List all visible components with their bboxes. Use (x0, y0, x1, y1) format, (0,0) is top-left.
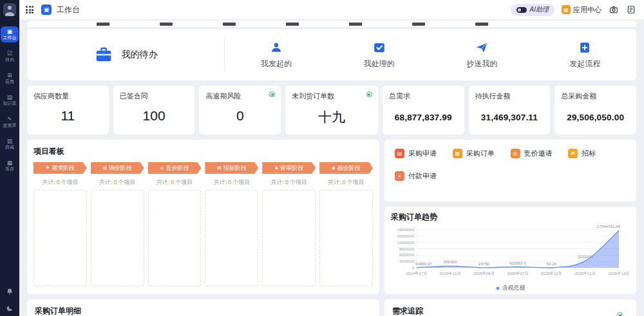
sidebar-item-inventory[interactable]: ▦ 库存 (1, 158, 19, 174)
sidebar-item-todo[interactable]: ☑ 待办 (1, 48, 19, 64)
phase-banner-pricing[interactable]: ◆ 核价阶段 (319, 162, 373, 174)
stat-card-total-demand[interactable]: 总需求 68,877,837.99 (383, 86, 464, 135)
stat-card-undelivered-orders[interactable]: 未到货订单数 十九 (285, 86, 378, 135)
theme-moon-icon[interactable] (6, 304, 14, 312)
svg-text:3232930: 3232930 (578, 254, 594, 259)
kanban-empty-area (262, 190, 316, 286)
knowledge-icon: ▤ (7, 94, 13, 100)
shortcut-bid-invitation[interactable]: ◎ 竞价邀请 (511, 149, 569, 158)
phase-count: 共计:0个项目 (205, 178, 258, 187)
kanban-column-inquiry: ▥ 询价阶段 共计:0个项目 (91, 162, 144, 286)
inventory-icon: ▦ (7, 160, 13, 166)
my-processed-button[interactable]: 我处理的 (328, 41, 431, 70)
my-todo-button[interactable]: 我的待办 (27, 45, 224, 64)
phase-icon: ♟ (274, 165, 278, 171)
phase-count: 共计:0个项目 (319, 178, 373, 187)
sidebar-nav: ▣ 工作台 ☑ 待办 ⊞ 应用 ▤ 知识库 ✎ 提需求 ▥ 商城 (1, 26, 19, 174)
project-board-title: 项目看板 (33, 146, 373, 157)
kanban-column-demand: ⚑ 需求阶段 共计:0个项目 (33, 162, 87, 286)
todo-briefcase-icon (94, 45, 113, 64)
order-trend-title: 采购订单趋势 (391, 212, 630, 223)
start-process-button[interactable]: 发起流程 (533, 41, 636, 70)
phase-count: 共计:0个项目 (262, 178, 316, 187)
phase-icon: ◆ (332, 165, 335, 171)
demand-tracking-title: 需求追踪 (392, 306, 423, 316)
page-title: 工作台 (57, 5, 80, 15)
person-icon (269, 41, 283, 55)
avatar[interactable] (3, 3, 16, 16)
docs-book-icon[interactable] (626, 5, 636, 15)
app-shortcuts-card: ▤ 采购申请 ▦ 采购订单 ◎ 竞价邀请 (384, 140, 636, 201)
shortcut-purchase-request[interactable]: ▤ 采购申请 (395, 149, 453, 158)
svg-text:6000000: 6000000 (399, 253, 415, 257)
svg-text:2025年07月: 2025年07月 (507, 271, 528, 276)
purchase-request-icon: ▤ (395, 149, 404, 158)
order-detail-card: 采购订单明细 (27, 299, 379, 316)
dashboard-content: 我的待办 我发起的 我处理的 (19, 19, 644, 316)
ai-toggle-icon (516, 7, 527, 13)
demand-tracking-card: 需求追踪 (384, 299, 636, 316)
stat-card-suppliers[interactable]: 供应商数量 11 (27, 86, 109, 135)
svg-text:3000000: 3000000 (399, 259, 415, 263)
phase-banner-bidding[interactable]: ◎ 竞价阶段 (148, 162, 202, 174)
sidebar-footer (6, 288, 14, 312)
paper-plane-icon (475, 41, 489, 55)
shortcut-purchase-order[interactable]: ▦ 采购订单 (453, 149, 511, 158)
screenshot-camera-icon[interactable] (609, 5, 619, 15)
request-icon: ✎ (7, 116, 12, 122)
mall-icon: ▥ (7, 138, 13, 144)
phase-banner-tender[interactable]: ▤ 招标阶段 (205, 162, 258, 174)
svg-text:24750: 24750 (478, 261, 490, 266)
phase-banner-inquiry[interactable]: ▥ 询价阶段 (91, 162, 144, 174)
stat-card-contracts[interactable]: 已签合同 100 (113, 86, 195, 135)
sidebar-item-apps[interactable]: ⊞ 应用 (1, 70, 19, 86)
svg-text:2024年11月: 2024年11月 (440, 271, 461, 276)
ai-assistant-button[interactable]: AI助理 (511, 4, 554, 16)
sidebar-item-request[interactable]: ✎ 提需求 (1, 114, 19, 130)
kanban-empty-area (148, 190, 202, 286)
shortcut-payment-request[interactable]: ¥ 付款申请 (395, 171, 453, 181)
workbench-app-icon: ▣ (41, 5, 52, 15)
stat-card-pending-amount[interactable]: 待执行金额 31,469,307.11 (469, 86, 551, 135)
svg-text:2025年10月: 2025年10月 (541, 271, 562, 276)
stat-card-total-purchase[interactable]: 总采购金额 29,506,050.00 (554, 86, 636, 135)
phase-count: 共计:0个项目 (148, 178, 202, 187)
phase-icon: ◎ (160, 165, 164, 171)
sidebar-item-knowledge[interactable]: ▤ 知识库 (1, 92, 19, 108)
svg-text:17644761.49: 17644761.49 (597, 224, 621, 228)
avatar-person-icon (8, 6, 12, 10)
phase-banner-demand[interactable]: ⚑ 需求阶段 (33, 162, 87, 174)
cc-to-me-button[interactable]: 抄送我的 (431, 41, 534, 70)
topbar-actions: AI助理 ▦ 应用中心 (511, 4, 636, 16)
svg-text:9000000: 9000000 (399, 247, 415, 251)
apps-grid-icon[interactable] (26, 6, 33, 14)
svg-text:2025年11月: 2025年11月 (574, 271, 596, 276)
phase-count: 共计:0个项目 (91, 178, 144, 187)
stat-card-overdue-risk[interactable]: 高逾期风险 0 (199, 86, 281, 135)
my-initiated-button[interactable]: 我发起的 (225, 41, 328, 70)
svg-text:15000000: 15000000 (397, 234, 414, 238)
legend-marker-icon (496, 286, 500, 290)
kanban-empty-area (205, 190, 258, 286)
workbench-icon: ▣ (7, 28, 13, 35)
stats-row: 供应商数量 11 已签合同 100 高逾期风险 0 未到货订单数 十九 (27, 86, 636, 135)
phase-banner-review[interactable]: ♟ 评审阶段 (262, 162, 316, 174)
svg-text:430593.6: 430593.6 (509, 261, 526, 265)
order-trend-chart: 0300000060000009000000120000001500000018… (391, 224, 630, 283)
clipped-content-row (27, 21, 636, 27)
project-board-card: 项目看板 ⚑ 需求阶段 共计:0个项目 (27, 140, 379, 294)
app-center-icon: ▦ (562, 5, 571, 14)
phase-icon: ⚑ (46, 165, 50, 171)
kanban-empty-area (319, 190, 373, 286)
status-ok-icon (366, 91, 372, 97)
svg-text:64999.97: 64999.97 (415, 261, 432, 266)
sidebar-item-workbench[interactable]: ▣ 工作台 (1, 26, 19, 42)
app-center-button[interactable]: ▦ 应用中心 (562, 5, 601, 15)
chart-legend[interactable]: 含税总额 (391, 284, 630, 292)
sidebar-item-mall[interactable]: ▥ 商城 (1, 136, 19, 152)
todo-icon: ☑ (7, 50, 12, 57)
purchase-order-icon: ▦ (453, 149, 462, 158)
shortcut-tender[interactable]: ✉ 招标 (568, 149, 626, 158)
phase-icon: ▤ (217, 165, 222, 171)
bell-icon[interactable] (6, 288, 14, 295)
